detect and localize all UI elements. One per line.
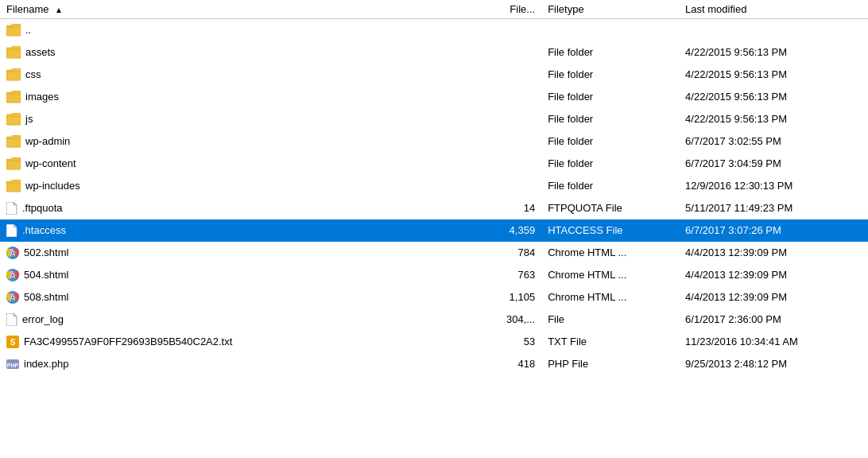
file-size-cell: 763: [481, 264, 541, 286]
file-size-cell: 14: [481, 197, 541, 219]
s-file-icon: S: [6, 336, 19, 348]
file-name-cell: js: [0, 108, 481, 130]
folder-icon: [6, 135, 21, 148]
file-name-cell: S FA3C499557A9F0FF29693B95B540C2A2.txt: [0, 331, 481, 353]
table-row[interactable]: assetsFile folder4/22/2015 9:56:13 PM: [0, 41, 868, 64]
col-header-size[interactable]: File...: [481, 0, 541, 19]
file-name-cell: wp-admin: [0, 130, 481, 153]
file-name-text: wp-includes: [25, 180, 80, 192]
file-size-cell: 784: [481, 242, 541, 264]
svg-point-19: [12, 274, 14, 276]
folder-icon: [6, 24, 21, 37]
col-header-modified[interactable]: Last modified: [679, 0, 868, 19]
svg-point-25: [12, 296, 14, 298]
svg-rect-0: [6, 27, 21, 36]
file-name-text: 504.shtml: [24, 269, 68, 281]
file-name-text: error_log: [22, 313, 64, 325]
file-type-cell: File: [541, 309, 679, 331]
col-header-filename[interactable]: Filename ▲: [0, 0, 481, 19]
file-type-cell: TXT File: [541, 331, 679, 353]
file-name-text: FA3C499557A9F0FF29693B95B540C2A2.txt: [24, 336, 232, 347]
table-row[interactable]: imagesFile folder4/22/2015 9:56:13 PM: [0, 86, 868, 108]
php-icon: PHP: [6, 358, 19, 371]
file-icon: [6, 202, 17, 215]
file-name-cell: 504.shtml: [0, 264, 481, 286]
file-name-text: 508.shtml: [24, 291, 68, 303]
file-size-cell: 53: [481, 331, 541, 353]
file-modified-cell: [679, 19, 868, 41]
file-name-cell: images: [0, 86, 481, 108]
file-size-cell: [481, 86, 541, 108]
file-name-text: assets: [25, 46, 56, 58]
file-name-text: 502.shtml: [24, 246, 68, 258]
svg-rect-5: [6, 138, 21, 147]
file-modified-cell: 9/25/2013 2:48:12 PM: [679, 353, 868, 375]
file-name-text: .ftpquota: [22, 202, 63, 214]
table-row[interactable]: jsFile folder4/22/2015 9:56:13 PM: [0, 108, 868, 130]
file-type-cell: FTPQUOTA File: [541, 197, 679, 219]
svg-text:S: S: [10, 338, 16, 347]
file-type-cell: File folder: [541, 130, 679, 153]
file-modified-cell: 4/4/2013 12:39:09 PM: [679, 286, 868, 309]
file-modified-cell: 4/22/2015 9:56:13 PM: [679, 86, 868, 108]
file-name-cell: error_log: [0, 309, 481, 331]
file-size-cell: [481, 175, 541, 197]
table-row[interactable]: cssFile folder4/22/2015 9:56:13 PM: [0, 64, 868, 86]
table-row[interactable]: 502.shtml784Chrome HTML ...4/4/2013 12:3…: [0, 242, 868, 264]
file-type-cell: Chrome HTML ...: [541, 286, 679, 309]
table-row[interactable]: ..: [0, 19, 868, 41]
table-header: Filename ▲ File... Filetype Last modifie…: [0, 0, 868, 19]
file-name-cell: wp-includes: [0, 175, 481, 197]
svg-rect-1: [6, 49, 21, 58]
folder-icon: [6, 91, 21, 103]
table-row[interactable]: S FA3C499557A9F0FF29693B95B540C2A2.txt53…: [0, 331, 868, 353]
file-name-cell: ..: [0, 19, 481, 41]
folder-icon: [6, 46, 21, 59]
file-name-cell: 508.shtml: [0, 286, 481, 309]
file-name-cell: assets: [0, 41, 481, 64]
folder-icon: [6, 68, 21, 81]
col-header-filetype[interactable]: Filetype: [541, 0, 679, 19]
file-type-cell: File folder: [541, 86, 679, 108]
file-type-cell: Chrome HTML ...: [541, 242, 679, 264]
chrome-icon: [6, 269, 19, 281]
file-name-cell: .ftpquota: [0, 197, 481, 219]
file-size-cell: 304,...: [481, 309, 541, 331]
file-name-cell: wp-content: [0, 153, 481, 175]
table-row[interactable]: 504.shtml763Chrome HTML ...4/4/2013 12:3…: [0, 264, 868, 286]
table-row[interactable]: wp-adminFile folder6/7/2017 3:02:55 PM: [0, 130, 868, 153]
file-name-text: index.php: [24, 358, 68, 370]
file-name-cell: 502.shtml: [0, 242, 481, 264]
file-name-cell: .htaccess: [0, 219, 481, 242]
file-type-cell: File folder: [541, 64, 679, 86]
file-name-text: ..: [25, 24, 31, 36]
file-size-cell: [481, 153, 541, 175]
file-size-cell: 418: [481, 353, 541, 375]
file-size-cell: 4,359: [481, 219, 541, 242]
table-row[interactable]: wp-includesFile folder12/9/2016 12:30:13…: [0, 175, 868, 197]
file-list[interactable]: Filename ▲ File... Filetype Last modifie…: [0, 0, 868, 458]
htaccess-icon: [6, 224, 17, 237]
file-size-cell: [481, 108, 541, 130]
file-size-cell: [481, 64, 541, 86]
file-modified-cell: 4/4/2013 12:39:09 PM: [679, 264, 868, 286]
file-modified-cell: 4/4/2013 12:39:09 PM: [679, 242, 868, 264]
table-row[interactable]: wp-contentFile folder6/7/2017 3:04:59 PM: [0, 153, 868, 175]
table-row[interactable]: .htaccess4,359HTACCESS File6/7/2017 3:07…: [0, 219, 868, 242]
file-modified-cell: 6/7/2017 3:02:55 PM: [679, 130, 868, 153]
file-icon: [6, 313, 17, 326]
svg-rect-7: [6, 183, 21, 192]
file-type-cell: File folder: [541, 41, 679, 64]
table-row[interactable]: 508.shtml1,105Chrome HTML ...4/4/2013 12…: [0, 286, 868, 309]
file-name-text: css: [25, 68, 41, 80]
table-row[interactable]: PHP index.php418PHP File9/25/2013 2:48:1…: [0, 353, 868, 375]
file-size-cell: 1,105: [481, 286, 541, 309]
table-row[interactable]: .ftpquota14FTPQUOTA File5/11/2017 11:49:…: [0, 197, 868, 219]
file-type-cell: File folder: [541, 108, 679, 130]
file-name-text: .htaccess: [22, 224, 66, 236]
sort-arrow-icon: ▲: [55, 6, 63, 14]
file-size-cell: [481, 130, 541, 153]
file-modified-cell: 4/22/2015 9:56:13 PM: [679, 108, 868, 130]
table-row[interactable]: error_log304,...File6/1/2017 2:36:00 PM: [0, 309, 868, 331]
file-modified-cell: 4/22/2015 9:56:13 PM: [679, 64, 868, 86]
